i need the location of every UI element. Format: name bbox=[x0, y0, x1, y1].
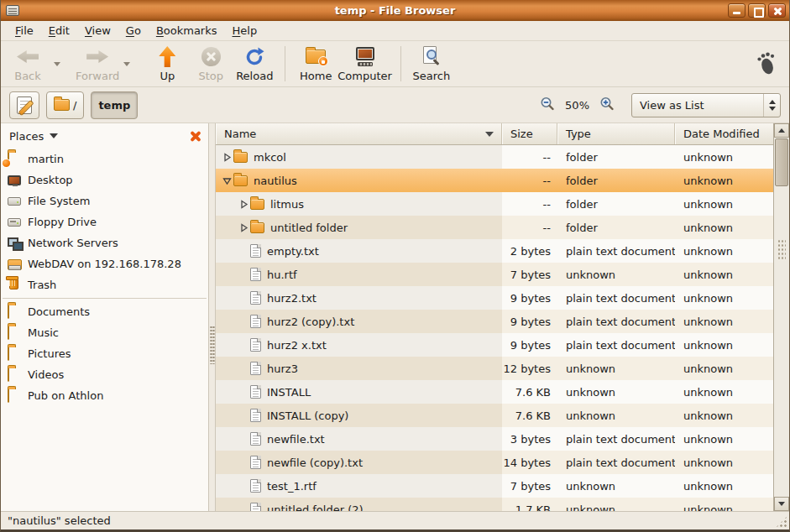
home-button[interactable]: Home bbox=[294, 43, 337, 85]
maximize-icon bbox=[749, 4, 765, 17]
desktop-icon bbox=[8, 175, 21, 185]
stop-button[interactable]: Stop bbox=[189, 43, 233, 85]
sidebar-close-icon[interactable] bbox=[189, 130, 201, 143]
menu-view[interactable]: View bbox=[77, 22, 118, 39]
places-sidebar: Places martin Desktop File System Floppy… bbox=[1, 123, 209, 511]
sidebar-item-pub[interactable]: Pub on Athlon bbox=[1, 385, 208, 406]
sidebar-item-videos[interactable]: Videos bbox=[1, 364, 208, 385]
sidebar-separator bbox=[3, 298, 207, 299]
computer-icon bbox=[354, 46, 376, 68]
sidebar-item-webdav[interactable]: WebDAV on 192.168.178.28 bbox=[1, 253, 208, 274]
text-file-icon bbox=[250, 409, 261, 422]
up-button[interactable]: Up bbox=[145, 43, 189, 85]
network-icon bbox=[8, 237, 21, 251]
sidebar-item-home[interactable]: martin bbox=[1, 149, 208, 170]
column-header-type[interactable]: Type bbox=[557, 123, 675, 144]
scroll-down-button[interactable] bbox=[774, 497, 789, 511]
column-header-size[interactable]: Size bbox=[502, 123, 557, 144]
zoom-out-button[interactable] bbox=[540, 96, 555, 114]
sidebar-item-desktop[interactable]: Desktop bbox=[1, 170, 208, 190]
table-row[interactable]: hu.rtf 7 bytes unknown unknown bbox=[216, 263, 773, 286]
sidebar-item-documents[interactable]: Documents bbox=[1, 301, 208, 322]
sidebar-item-trash[interactable]: Trash bbox=[1, 274, 208, 295]
titlebar[interactable]: temp - File Browser bbox=[1, 0, 789, 21]
table-row[interactable]: INSTALL (copy) 7.6 KB unknown unknown bbox=[216, 404, 773, 427]
back-history-dropdown[interactable] bbox=[50, 43, 64, 85]
forward-icon bbox=[86, 46, 108, 68]
menu-bookmarks[interactable]: Bookmarks bbox=[149, 22, 225, 39]
text-file-icon bbox=[250, 385, 261, 399]
sidebar-item-network[interactable]: Network Servers bbox=[1, 232, 208, 253]
resize-grip[interactable] bbox=[775, 515, 788, 529]
menu-go[interactable]: Go bbox=[118, 22, 149, 39]
table-row[interactable]: untitled folder -- folder unknown bbox=[216, 216, 773, 239]
reload-button[interactable]: Reload bbox=[233, 43, 276, 85]
file-name: untitled folder (2) bbox=[267, 503, 364, 512]
table-row[interactable]: hurz3 12 bytes unknown unknown bbox=[216, 357, 773, 380]
edit-location-button[interactable] bbox=[9, 91, 39, 119]
file-name: hurz3 bbox=[267, 362, 298, 375]
table-row[interactable]: mkcol -- folder unknown bbox=[216, 145, 773, 169]
shared-folder-icon bbox=[8, 259, 22, 270]
gnome-throbber-icon bbox=[756, 51, 777, 76]
table-row[interactable]: test_1.rtf 7 bytes unknown unknown bbox=[216, 474, 773, 498]
file-name: untitled folder bbox=[270, 222, 348, 234]
file-name: empty.txt bbox=[267, 245, 319, 258]
expander-open-icon[interactable] bbox=[220, 176, 233, 185]
file-browser-window: temp - File Browser File Edit View Go Bo… bbox=[0, 0, 790, 532]
sidebar-item-music[interactable]: Music bbox=[1, 322, 208, 343]
text-file-icon bbox=[250, 268, 261, 281]
vertical-scrollbar[interactable] bbox=[773, 123, 789, 511]
expander-closed-icon[interactable] bbox=[220, 153, 233, 162]
menu-edit[interactable]: Edit bbox=[41, 22, 77, 39]
table-row[interactable]: newfile.txt 3 bytes plain text document … bbox=[216, 427, 773, 451]
pane-resize-handle[interactable] bbox=[209, 123, 216, 511]
table-row[interactable]: litmus -- folder unknown bbox=[216, 192, 773, 216]
sidebar-item-floppy[interactable]: Floppy Drive bbox=[1, 211, 208, 232]
text-file-icon bbox=[250, 432, 261, 446]
table-row[interactable]: hurz2 x.txt 9 bytes plain text document … bbox=[216, 333, 773, 357]
file-name: test_1.rtf bbox=[267, 480, 317, 493]
table-row[interactable]: newfile (copy).txt 14 bytes plain text d… bbox=[216, 451, 773, 474]
folder-icon bbox=[8, 368, 9, 382]
text-file-icon bbox=[250, 315, 261, 328]
menu-help[interactable]: Help bbox=[225, 22, 265, 39]
file-name: nautilus bbox=[254, 175, 297, 187]
column-header-name[interactable]: Name bbox=[216, 123, 502, 144]
file-name: litmus bbox=[270, 198, 304, 211]
current-folder-button[interactable]: temp bbox=[91, 91, 138, 119]
table-row[interactable]: hurz2.txt 9 bytes plain text document un… bbox=[216, 286, 773, 310]
expander-closed-icon[interactable] bbox=[237, 223, 250, 232]
text-file-icon bbox=[250, 503, 261, 511]
back-button[interactable]: Back bbox=[6, 43, 50, 85]
close-button[interactable] bbox=[768, 3, 786, 18]
text-file-icon bbox=[250, 479, 261, 493]
table-row[interactable]: untitled folder (2) 1.7 KB unknown unkno… bbox=[216, 498, 773, 511]
table-row[interactable]: INSTALL 7.6 KB unknown unknown bbox=[216, 380, 773, 404]
computer-button[interactable]: Computer bbox=[337, 43, 392, 85]
table-row[interactable]: hurz2 (copy).txt 9 bytes plain text docu… bbox=[216, 310, 773, 333]
sidebar-item-filesystem[interactable]: File System bbox=[1, 190, 208, 211]
maximize-button[interactable] bbox=[748, 3, 766, 18]
sidebar-header-select[interactable]: Places bbox=[9, 130, 44, 143]
zoom-in-button[interactable] bbox=[599, 96, 615, 114]
minimize-icon bbox=[729, 4, 745, 17]
sidebar-item-pictures[interactable]: Pictures bbox=[1, 343, 208, 364]
file-list: Name Size Type Date Modified mkcol -- fo… bbox=[216, 123, 773, 511]
text-file-icon bbox=[250, 456, 261, 469]
scrollbar-thumb[interactable] bbox=[775, 138, 788, 186]
column-header-date-modified[interactable]: Date Modified bbox=[675, 123, 773, 144]
forward-history-dropdown[interactable] bbox=[119, 43, 133, 85]
search-button[interactable]: Search bbox=[410, 43, 453, 85]
forward-button[interactable]: Forward bbox=[76, 43, 119, 85]
root-path-button[interactable]: / bbox=[46, 91, 84, 119]
minimize-button[interactable] bbox=[728, 3, 746, 18]
scroll-up-button[interactable] bbox=[774, 123, 789, 138]
view-mode-select[interactable]: View as List bbox=[631, 93, 781, 117]
table-row-selected[interactable]: nautilus -- folder unknown bbox=[216, 169, 773, 192]
table-row[interactable]: empty.txt 2 bytes plain text document un… bbox=[216, 239, 773, 263]
menu-file[interactable]: File bbox=[8, 22, 41, 39]
expander-closed-icon[interactable] bbox=[237, 200, 250, 209]
file-name: hurz2 (copy).txt bbox=[267, 316, 354, 328]
folder-icon bbox=[8, 326, 9, 340]
